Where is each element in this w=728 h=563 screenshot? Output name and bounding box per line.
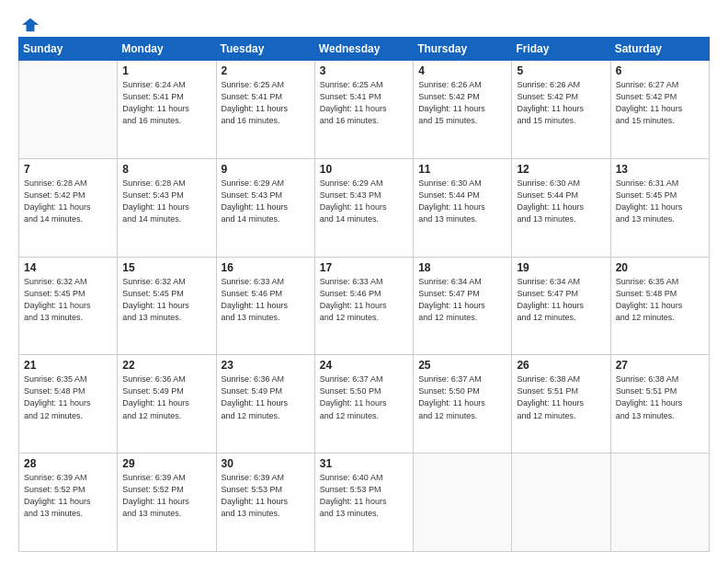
calendar-cell: 2Sunrise: 6:25 AMSunset: 5:41 PMDaylight…: [216, 61, 314, 159]
calendar-cell: 25Sunrise: 6:37 AMSunset: 5:50 PMDayligh…: [414, 355, 512, 454]
day-number: 24: [320, 359, 408, 372]
calendar-cell: 15Sunrise: 6:32 AMSunset: 5:45 PMDayligh…: [118, 257, 216, 355]
day-number: 18: [418, 261, 506, 274]
calendar-cell: 16Sunrise: 6:33 AMSunset: 5:46 PMDayligh…: [216, 257, 314, 355]
calendar-cell: 21Sunrise: 6:35 AMSunset: 5:48 PMDayligh…: [19, 355, 118, 454]
calendar-table: SundayMondayTuesdayWednesdayThursdayFrid…: [18, 37, 710, 552]
calendar-cell: [512, 454, 610, 552]
calendar-header-tuesday: Tuesday: [216, 38, 314, 61]
calendar-cell: 23Sunrise: 6:36 AMSunset: 5:49 PMDayligh…: [216, 355, 314, 454]
calendar-cell: 24Sunrise: 6:37 AMSunset: 5:50 PMDayligh…: [314, 355, 413, 454]
day-number: 17: [320, 261, 408, 274]
calendar-week-row: 28Sunrise: 6:39 AMSunset: 5:52 PMDayligh…: [19, 454, 710, 552]
calendar-header-wednesday: Wednesday: [314, 38, 413, 61]
calendar-cell: 28Sunrise: 6:39 AMSunset: 5:52 PMDayligh…: [19, 454, 118, 552]
day-number: 11: [418, 163, 506, 176]
day-info: Sunrise: 6:30 AMSunset: 5:44 PMDaylight:…: [517, 178, 605, 225]
calendar-cell: 26Sunrise: 6:38 AMSunset: 5:51 PMDayligh…: [512, 355, 610, 454]
day-number: 16: [222, 261, 310, 274]
day-number: 3: [320, 64, 408, 77]
calendar-header-monday: Monday: [118, 38, 216, 61]
day-number: 14: [24, 261, 112, 274]
day-info: Sunrise: 6:36 AMSunset: 5:49 PMDaylight:…: [222, 373, 310, 421]
calendar-cell: 17Sunrise: 6:33 AMSunset: 5:46 PMDayligh…: [314, 257, 413, 355]
day-number: 12: [517, 163, 605, 176]
calendar-cell: 9Sunrise: 6:29 AMSunset: 5:43 PMDaylight…: [216, 158, 314, 257]
day-info: Sunrise: 6:27 AMSunset: 5:42 PMDaylight:…: [616, 79, 704, 127]
day-info: Sunrise: 6:37 AMSunset: 5:50 PMDaylight:…: [418, 373, 506, 421]
calendar-cell: 29Sunrise: 6:39 AMSunset: 5:52 PMDayligh…: [118, 454, 216, 552]
day-info: Sunrise: 6:38 AMSunset: 5:51 PMDaylight:…: [517, 373, 605, 421]
calendar-cell: 8Sunrise: 6:28 AMSunset: 5:43 PMDaylight…: [118, 158, 216, 257]
calendar-week-row: 21Sunrise: 6:35 AMSunset: 5:48 PMDayligh…: [19, 355, 710, 454]
logo-text: [18, 17, 39, 33]
calendar-header-friday: Friday: [512, 38, 610, 61]
calendar-header-row: SundayMondayTuesdayWednesdayThursdayFrid…: [19, 38, 710, 61]
day-number: 9: [222, 163, 310, 176]
day-info: Sunrise: 6:26 AMSunset: 5:42 PMDaylight:…: [418, 79, 506, 127]
day-info: Sunrise: 6:33 AMSunset: 5:46 PMDaylight:…: [320, 276, 408, 324]
calendar-header-saturday: Saturday: [610, 38, 709, 61]
day-info: Sunrise: 6:25 AMSunset: 5:41 PMDaylight:…: [222, 79, 310, 127]
calendar-cell: 30Sunrise: 6:39 AMSunset: 5:53 PMDayligh…: [216, 454, 314, 552]
page: SundayMondayTuesdayWednesdayThursdayFrid…: [0, 0, 728, 563]
calendar-cell: 11Sunrise: 6:30 AMSunset: 5:44 PMDayligh…: [414, 158, 512, 257]
day-info: Sunrise: 6:36 AMSunset: 5:49 PMDaylight:…: [122, 373, 210, 421]
day-number: 28: [24, 457, 112, 470]
calendar-week-row: 1Sunrise: 6:24 AMSunset: 5:41 PMDaylight…: [19, 61, 710, 159]
day-info: Sunrise: 6:24 AMSunset: 5:41 PMDaylight:…: [122, 79, 210, 127]
day-info: Sunrise: 6:35 AMSunset: 5:48 PMDaylight:…: [616, 276, 704, 324]
calendar-cell: 18Sunrise: 6:34 AMSunset: 5:47 PMDayligh…: [414, 257, 512, 355]
day-info: Sunrise: 6:33 AMSunset: 5:46 PMDaylight:…: [222, 276, 310, 324]
day-number: 22: [122, 359, 210, 372]
day-number: 27: [616, 359, 704, 372]
day-number: 15: [122, 261, 210, 274]
day-number: 30: [222, 457, 310, 470]
day-number: 4: [418, 64, 506, 77]
calendar-cell: 22Sunrise: 6:36 AMSunset: 5:49 PMDayligh…: [118, 355, 216, 454]
day-info: Sunrise: 6:29 AMSunset: 5:43 PMDaylight:…: [222, 178, 310, 225]
calendar-header-sunday: Sunday: [19, 38, 118, 61]
day-number: 23: [222, 359, 310, 372]
calendar-week-row: 7Sunrise: 6:28 AMSunset: 5:42 PMDaylight…: [19, 158, 710, 257]
day-info: Sunrise: 6:28 AMSunset: 5:42 PMDaylight:…: [24, 178, 112, 225]
day-number: 13: [616, 163, 704, 176]
svg-marker-0: [22, 18, 39, 31]
day-info: Sunrise: 6:37 AMSunset: 5:50 PMDaylight:…: [320, 373, 408, 421]
day-info: Sunrise: 6:39 AMSunset: 5:52 PMDaylight:…: [122, 472, 210, 520]
calendar-cell: 20Sunrise: 6:35 AMSunset: 5:48 PMDayligh…: [610, 257, 709, 355]
calendar-cell: [414, 454, 512, 552]
calendar-cell: 5Sunrise: 6:26 AMSunset: 5:42 PMDaylight…: [512, 61, 610, 159]
day-number: 2: [222, 64, 310, 77]
day-info: Sunrise: 6:39 AMSunset: 5:53 PMDaylight:…: [222, 472, 310, 520]
day-info: Sunrise: 6:38 AMSunset: 5:51 PMDaylight:…: [616, 373, 704, 421]
day-info: Sunrise: 6:26 AMSunset: 5:42 PMDaylight:…: [517, 79, 605, 127]
day-number: 6: [616, 64, 704, 77]
day-info: Sunrise: 6:32 AMSunset: 5:45 PMDaylight:…: [24, 276, 112, 324]
day-number: 25: [418, 359, 506, 372]
calendar-header-thursday: Thursday: [414, 38, 512, 61]
day-info: Sunrise: 6:35 AMSunset: 5:48 PMDaylight:…: [24, 373, 112, 421]
day-info: Sunrise: 6:40 AMSunset: 5:53 PMDaylight:…: [320, 472, 408, 520]
calendar-cell: 7Sunrise: 6:28 AMSunset: 5:42 PMDaylight…: [19, 158, 118, 257]
calendar-cell: [610, 454, 709, 552]
calendar-cell: [19, 61, 118, 159]
day-info: Sunrise: 6:39 AMSunset: 5:52 PMDaylight:…: [24, 472, 112, 520]
calendar-cell: 19Sunrise: 6:34 AMSunset: 5:47 PMDayligh…: [512, 257, 610, 355]
day-number: 7: [24, 163, 112, 176]
day-number: 10: [320, 163, 408, 176]
day-number: 19: [517, 261, 605, 274]
day-number: 31: [320, 457, 408, 470]
day-info: Sunrise: 6:31 AMSunset: 5:45 PMDaylight:…: [616, 178, 704, 225]
day-info: Sunrise: 6:34 AMSunset: 5:47 PMDaylight:…: [517, 276, 605, 324]
day-info: Sunrise: 6:34 AMSunset: 5:47 PMDaylight:…: [418, 276, 506, 324]
day-number: 1: [122, 64, 210, 77]
day-number: 8: [122, 163, 210, 176]
calendar-cell: 12Sunrise: 6:30 AMSunset: 5:44 PMDayligh…: [512, 158, 610, 257]
day-number: 26: [517, 359, 605, 372]
day-info: Sunrise: 6:32 AMSunset: 5:45 PMDaylight:…: [122, 276, 210, 324]
calendar-cell: 6Sunrise: 6:27 AMSunset: 5:42 PMDaylight…: [610, 61, 709, 159]
calendar-cell: 10Sunrise: 6:29 AMSunset: 5:43 PMDayligh…: [314, 158, 413, 257]
day-number: 5: [517, 64, 605, 77]
day-info: Sunrise: 6:25 AMSunset: 5:41 PMDaylight:…: [320, 79, 408, 127]
